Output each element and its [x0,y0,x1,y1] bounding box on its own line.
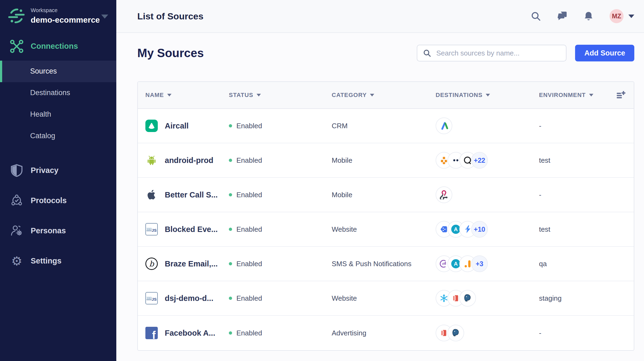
sidebar-item-label: Connections [31,42,78,51]
status-text: Enabled [236,191,262,199]
table-row[interactable]: JS dsj-demo-d... Enabled Website [138,281,634,316]
google-adwords-logo-icon[interactable] [436,117,452,134]
environment-text: test [539,156,550,165]
sidebar-item-personas[interactable]: Personas [0,220,116,242]
sidebar-item-label: Settings [31,256,61,265]
workspace-label: Workspace [31,7,100,14]
sort-caret-icon [486,94,490,96]
status-text: Enabled [236,294,262,303]
column-header-name[interactable]: NAME [138,92,221,99]
table-row[interactable]: f Facebook A... Enabled Advertising [138,316,634,350]
webhook-logo-icon[interactable] [436,186,452,203]
chat-icon[interactable] [557,11,568,22]
sidebar-item-label: Protocols [31,196,67,205]
sort-caret-icon [370,94,374,96]
status-dot [229,228,232,231]
sidebar-item-connections[interactable]: Connections [0,36,116,57]
protocols-icon [9,193,24,208]
status-dot [229,124,232,127]
connections-icon [9,39,24,54]
sidebar: Workspace demo-ecommerce Connections Sou… [0,0,116,361]
status-text: Enabled [236,329,262,337]
more-destinations-badge[interactable]: +10 [471,221,488,238]
source-name[interactable]: Blocked Eve... [165,225,218,234]
category-text: Mobile [332,191,352,199]
search-icon [423,49,431,57]
sidebar-item-label: Destinations [30,89,70,97]
facebook-logo-icon: f [145,327,158,339]
sort-caret-icon [589,94,593,96]
environment-text: test [539,225,550,234]
chevron-down-icon [628,15,634,18]
sidebar-item-label: Catalog [30,132,55,140]
sidebar-item-settings[interactable]: ⚙ Settings [0,250,116,272]
sidebar-item-protocols[interactable]: Protocols [0,190,116,211]
table-row[interactable]: JS Blocked Eve... Enabled Website [138,212,634,247]
segment-logo-icon [8,8,25,24]
bell-icon[interactable] [583,11,594,22]
status-dot [229,297,232,300]
more-destinations-badge[interactable]: +22 [471,152,488,169]
source-name[interactable]: Aircall [165,122,189,130]
sort-caret-icon [257,94,261,96]
sidebar-item-catalog[interactable]: Catalog [0,125,116,147]
table-row[interactable]: b Braze Email,... Enabled SMS & Push Not… [138,247,634,281]
postgres-logo-icon[interactable] [447,325,464,341]
source-name[interactable]: Facebook A... [165,329,215,338]
category-text: SMS & Push Notifications [332,260,411,268]
shield-icon [9,163,24,178]
source-name[interactable]: Braze Email,... [165,259,218,268]
page-title: List of Sources [137,11,204,22]
source-name[interactable]: dsj-demo-d... [165,294,213,303]
source-name[interactable]: android-prod [165,156,213,165]
sidebar-item-health[interactable]: Health [0,104,116,125]
braze-logo-icon: b [145,258,158,270]
search-sources-box [417,45,566,61]
column-header-status[interactable]: STATUS [221,92,324,99]
sidebar-item-label: Health [30,110,51,119]
sidebar-item-privacy[interactable]: Privacy [0,160,116,181]
gear-icon: ⚙ [9,254,24,269]
status-dot [229,331,232,335]
status-dot [229,262,232,265]
workspace-switcher[interactable]: Workspace demo-ecommerce [0,0,116,33]
add-source-button[interactable]: Add Source [575,45,634,61]
search-sources-input[interactable] [436,49,561,57]
table-row[interactable]: android-prod Enabled Mobile [138,143,634,178]
apple-logo-icon [145,189,158,201]
category-text: CRM [332,122,348,130]
column-header-environment[interactable]: ENVIRONMENT [531,92,614,99]
sidebar-item-sources[interactable]: Sources [0,61,116,82]
sidebar-item-label: Personas [31,226,66,235]
sidebar-item-destinations[interactable]: Destinations [0,82,116,104]
javascript-source-icon: JS [145,223,158,235]
personas-icon [9,223,24,238]
status-text: Enabled [236,225,262,234]
android-logo-icon [145,154,158,166]
status-text: Enabled [236,122,262,130]
table-row[interactable]: Aircall Enabled CRM - [138,109,634,143]
status-dot [229,193,232,196]
avatar[interactable]: MZ [610,9,624,23]
add-column-icon [615,90,626,100]
environment-text: qa [539,260,547,268]
sources-table: NAME STATUS CATEGORY DESTINATIONS ENVIRO… [137,81,634,351]
table-row[interactable]: Better Call S... Enabled Mobile [138,178,634,212]
source-name[interactable]: Better Call S... [165,190,218,199]
workspace-name: demo-ecommerce [31,15,100,25]
category-text: Website [332,294,357,303]
status-text: Enabled [236,156,262,165]
account-menu[interactable]: MZ [610,9,634,23]
more-destinations-badge[interactable]: +3 [471,255,488,272]
postgres-logo-icon[interactable] [459,290,476,307]
app-window: Workspace demo-ecommerce Connections Sou… [0,0,644,361]
column-header-destinations[interactable]: DESTINATIONS [428,92,531,99]
edit-columns-button[interactable] [614,90,633,100]
search-icon[interactable] [530,11,541,22]
table-header: NAME STATUS CATEGORY DESTINATIONS ENVIRO… [138,82,634,109]
workspace-caret-icon[interactable] [101,15,108,19]
top-bar: List of Sources MZ [116,0,644,33]
section-title: My Sources [137,46,204,60]
aircall-logo-icon [145,120,158,132]
column-header-category[interactable]: CATEGORY [324,92,428,99]
